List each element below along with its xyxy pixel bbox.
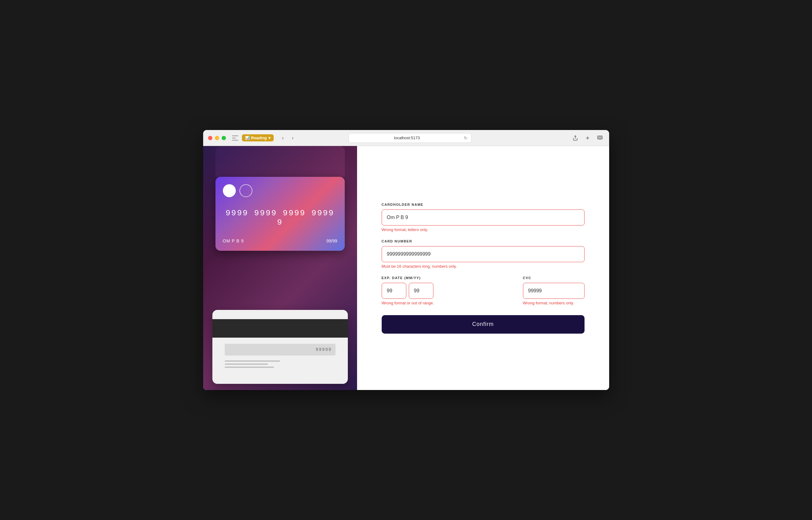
- tabs-icon[interactable]: [596, 134, 604, 142]
- url-text: localhost:5173: [353, 135, 461, 140]
- browser-titlebar: 📊 Reading ▾ ‹ › localhost:5173 ↻: [203, 130, 609, 146]
- cvc-label: CVC: [523, 276, 585, 280]
- browser-content: 9999 9999 9999 9999 9 OM P B 9 99/99 999…: [203, 146, 609, 390]
- card-cvc-back: 99999: [315, 347, 332, 352]
- card-line-2: [225, 364, 268, 365]
- cardholder-name-group: CARDHOLDER NAME Wrong format, letters on…: [382, 203, 585, 232]
- card-holder-display: OM P B 9: [223, 238, 244, 243]
- cardholder-name-error: Wrong format, letters only.: [382, 227, 585, 232]
- card-signature-area: 99999: [225, 344, 336, 356]
- exp-date-error: Wrong format or out of range.: [382, 301, 518, 305]
- cardholder-name-label: CARDHOLDER NAME: [382, 203, 585, 206]
- exp-year-input[interactable]: [409, 283, 433, 299]
- credit-card-front: 9999 9999 9999 9999 9 OM P B 9 99/99: [216, 177, 345, 251]
- card-line-3: [225, 367, 274, 368]
- card-line-1: [225, 360, 280, 362]
- form-panel: CARDHOLDER NAME Wrong format, letters on…: [357, 146, 609, 390]
- back-button[interactable]: ‹: [279, 134, 287, 142]
- cardholder-name-input[interactable]: [382, 209, 585, 226]
- exp-month-input[interactable]: [382, 283, 406, 299]
- card-number-display: 9999 9999 9999 9999 9: [223, 209, 337, 227]
- card-chip-filled: [223, 184, 236, 197]
- card-lines-area: [225, 360, 336, 368]
- sidebar-toggle[interactable]: [232, 135, 238, 140]
- reload-icon[interactable]: ↻: [464, 135, 468, 140]
- card-bottom-info: OM P B 9 99/99: [223, 238, 337, 243]
- new-tab-icon[interactable]: [583, 134, 592, 142]
- address-bar[interactable]: localhost:5173 ↻: [348, 133, 472, 143]
- reading-chevron-icon: ▾: [269, 135, 271, 140]
- svg-rect-4: [598, 137, 601, 138]
- browser-actions: [571, 134, 604, 142]
- date-cvc-row: EXP. DATE (MM/YY) Wrong format or out of…: [382, 276, 585, 313]
- cvc-error: Wrong format, numbers only.: [523, 301, 585, 305]
- card-number-error: Must be 16 characters long, numbers only…: [382, 264, 585, 269]
- card-magnetic-stripe: [213, 319, 348, 338]
- reading-label: Reading: [251, 135, 267, 140]
- share-icon[interactable]: [571, 134, 580, 142]
- cvc-input[interactable]: [523, 283, 585, 299]
- exp-date-group: EXP. DATE (MM/YY) Wrong format or out of…: [382, 276, 518, 305]
- nav-arrows: ‹ ›: [279, 134, 297, 142]
- card-number-label: CARD NUMBER: [382, 239, 585, 243]
- card-chip-area: [223, 184, 337, 197]
- minimize-button[interactable]: [215, 136, 219, 140]
- card-chip-outline: [240, 184, 252, 197]
- card-number-input[interactable]: [382, 246, 585, 262]
- maximize-button[interactable]: [222, 136, 226, 140]
- card-background-top: [216, 146, 345, 177]
- reading-icon: 📊: [245, 136, 250, 140]
- exp-date-label: EXP. DATE (MM/YY): [382, 276, 518, 280]
- browser-window: 📊 Reading ▾ ‹ › localhost:5173 ↻: [203, 130, 609, 390]
- cvc-group: CVC Wrong format, numbers only.: [523, 276, 585, 305]
- card-number-group: CARD NUMBER Must be 16 characters long, …: [382, 239, 585, 269]
- card-expiry-display: 99/99: [326, 238, 337, 243]
- forward-button[interactable]: ›: [288, 134, 297, 142]
- date-inputs: [382, 283, 518, 299]
- close-button[interactable]: [208, 136, 213, 140]
- reading-badge[interactable]: 📊 Reading ▾: [242, 134, 274, 141]
- traffic-lights: [208, 136, 226, 140]
- credit-card-back: 99999: [213, 310, 348, 384]
- confirm-button[interactable]: Confirm: [382, 315, 585, 334]
- card-panel: 9999 9999 9999 9999 9 OM P B 9 99/99 999…: [203, 146, 357, 390]
